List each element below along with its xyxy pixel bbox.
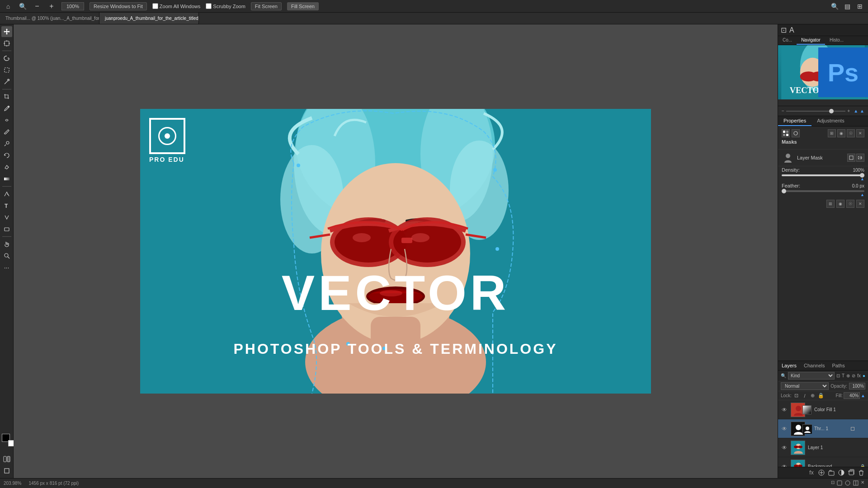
fill-input[interactable] [844, 392, 860, 399]
panel-icon-2[interactable]: A [789, 26, 794, 34]
prop-tab-properties[interactable]: Properties [778, 116, 811, 126]
mask-add-icon[interactable]: ⊞ [828, 129, 836, 137]
search-icon-right[interactable]: 🔍 [830, 2, 839, 11]
prop-tab-adjustments[interactable]: Adjustments [811, 116, 850, 126]
mask-delete-icon[interactable]: ✕ [856, 129, 864, 137]
new-layer-btn[interactable] [847, 469, 855, 477]
layer-mask-chain-icon[interactable] [856, 154, 864, 162]
nav-tab-co[interactable]: Co... [778, 36, 797, 45]
layer-item-background[interactable]: 👁 Background 🔒 [778, 457, 868, 467]
layer-visibility-threshold[interactable]: 👁 [781, 425, 788, 432]
canvas-area[interactable]: VECTOR PHOTOSHOP TOOLS & TERMINOLOGY PRO… [14, 24, 778, 478]
layers-tab-channels[interactable]: Channels [800, 361, 828, 370]
mask-pixel-icon[interactable] [782, 129, 790, 137]
tab-2[interactable]: juanproedu_A_thumbnail_for_the_article_t… [99, 13, 199, 24]
search-icon[interactable]: 🔍 [18, 2, 27, 11]
zoom-tool[interactable] [1, 250, 12, 261]
layer-visibility-layer1[interactable]: 👁 [781, 444, 788, 451]
move-tool[interactable] [1, 26, 12, 37]
layers-tab-layers[interactable]: Layers [778, 361, 800, 370]
more-tools[interactable]: ··· [1, 262, 12, 273]
lock-image-icon[interactable]: / [802, 393, 808, 399]
layer-item-colorfill1[interactable]: 👁 Color Fill 1 [778, 400, 868, 419]
zoom-in-icon[interactable]: + [47, 2, 56, 11]
feather-slider[interactable] [782, 190, 864, 192]
arrange-icon[interactable]: ▤ [843, 2, 852, 11]
tab-1[interactable]: Thumbnail... @ 100% (juan..._A_thumbnail… [0, 13, 99, 24]
fill-arrow[interactable]: ▲ [861, 393, 865, 398]
lock-all-icon[interactable]: 🔒 [818, 393, 824, 399]
marquee-tool[interactable] [1, 65, 12, 75]
magic-wand-tool[interactable] [1, 76, 12, 87]
mask-eye3-icon[interactable]: ◉ [836, 200, 844, 208]
lasso-tool[interactable] [1, 53, 12, 64]
status-icon-1[interactable]: ⊡ [831, 480, 835, 487]
eraser-tool[interactable] [1, 162, 12, 173]
layer-filter-3[interactable]: ⊕ [846, 373, 850, 378]
pen-tool[interactable] [1, 188, 12, 199]
brush-tool[interactable] [1, 127, 12, 137]
layer-kind-select[interactable]: Kind [788, 372, 835, 380]
layer-filter-1[interactable]: ⊡ [836, 373, 840, 378]
color-swatches[interactable] [2, 434, 12, 444]
layer-item-threshold[interactable]: 👁 Thr... 1 [778, 419, 868, 438]
search-icon-layers[interactable]: 🔍 [781, 373, 786, 378]
type-tool[interactable]: T [1, 200, 12, 211]
screen-mode-btn[interactable] [1, 465, 12, 476]
zoom-input[interactable] [61, 2, 84, 10]
create-group-btn[interactable] [827, 469, 835, 477]
fit-screen-btn[interactable]: Fit Screen [251, 2, 282, 10]
home-icon[interactable]: ⌂ [4, 2, 13, 11]
lock-transparent-icon[interactable]: ⊡ [793, 393, 800, 399]
create-fill-adj-btn[interactable] [837, 469, 845, 477]
fill-screen-btn[interactable]: Fill Screen [287, 2, 319, 10]
add-mask-btn[interactable] [817, 469, 826, 477]
quick-mask-btn[interactable] [1, 454, 12, 465]
layer-filter-4[interactable]: ⊘ [852, 373, 855, 378]
zoom-all-checkbox-label[interactable]: Zoom All Windows [152, 3, 200, 9]
hand-tool[interactable] [1, 239, 12, 249]
zoom-slider[interactable] [786, 111, 846, 112]
crop-tool[interactable] [1, 91, 12, 102]
artboard-tool[interactable] [1, 38, 12, 49]
layer-filter-toggle[interactable]: ● [863, 373, 865, 378]
shape-tool[interactable] [1, 224, 12, 235]
patch-tool[interactable] [1, 115, 12, 126]
opacity-input[interactable] [849, 383, 865, 389]
zoom-out-nav[interactable]: − [782, 108, 784, 113]
path-selection-tool[interactable] [1, 212, 12, 223]
mask-eye4-icon[interactable]: ☉ [846, 200, 854, 208]
nav-tab-history[interactable]: Histo... [825, 36, 848, 45]
status-icon-2[interactable] [836, 480, 843, 487]
zoom-in-nav[interactable]: + [847, 108, 850, 113]
status-icon-5[interactable]: ✕ [861, 480, 864, 487]
history-brush-tool[interactable] [1, 150, 12, 161]
mask-eye2-icon[interactable]: ☉ [847, 129, 855, 137]
add-style-btn[interactable]: fx [807, 469, 816, 477]
panel-icon-1[interactable]: ⊡ [781, 26, 787, 34]
density-slider[interactable] [782, 174, 864, 176]
workspace-icon[interactable]: ⊞ [855, 2, 864, 11]
mask-vector-icon[interactable] [792, 129, 800, 137]
zoom-arrow-up2[interactable]: ▲ [860, 108, 864, 113]
layer-mask-apply-icon[interactable] [847, 154, 855, 162]
gradient-tool[interactable] [1, 174, 12, 184]
status-icon-3[interactable] [844, 480, 851, 487]
layer-item-layer1[interactable]: 👁 Layer 1 [778, 438, 868, 457]
mask-grid-icon[interactable]: ⊞ [826, 200, 835, 208]
lock-artboard-icon[interactable]: ⊕ [810, 393, 816, 399]
feather-arrow[interactable]: ▲ [860, 192, 864, 197]
layer-filter-5[interactable]: fx [857, 373, 861, 378]
blend-mode-select[interactable]: Normal [781, 382, 829, 390]
zoom-arrow-up[interactable]: ▲ [854, 108, 858, 113]
resize-windows-btn[interactable]: Resize Windows to Fit [90, 2, 147, 10]
nav-tab-navigator[interactable]: Navigator [797, 36, 825, 45]
scrubby-zoom-checkbox[interactable] [206, 3, 212, 9]
scrubby-zoom-checkbox-label[interactable]: Scrubby Zoom [206, 3, 245, 9]
mask-del2-icon[interactable]: ✕ [856, 200, 864, 208]
delete-layer-btn[interactable] [857, 469, 865, 477]
mask-eye-icon[interactable]: ◉ [837, 129, 845, 137]
eyedropper-tool[interactable] [1, 103, 12, 114]
zoom-all-checkbox[interactable] [152, 3, 158, 9]
clone-stamp-tool[interactable] [1, 138, 12, 149]
